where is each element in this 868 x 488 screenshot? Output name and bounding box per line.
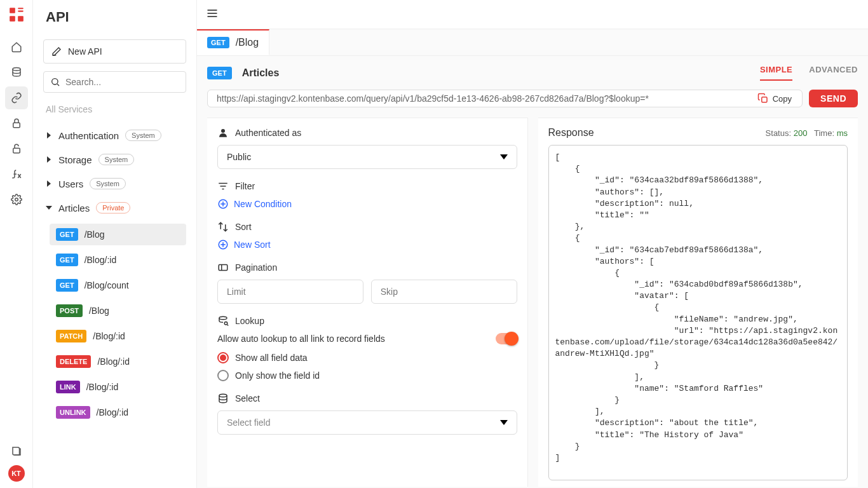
chevron-right-icon xyxy=(46,180,52,187)
database-icon[interactable] xyxy=(5,61,28,84)
copy-icon xyxy=(757,93,769,104)
url-box: Copy xyxy=(207,90,803,107)
url-input[interactable] xyxy=(217,93,754,104)
response-body: [ { "_id": "634caa32bdf89af5866d1388", "… xyxy=(555,152,841,464)
request-panel: Authenticated as Public Filter New Condi xyxy=(207,118,528,487)
content: GET Articles SIMPLE ADVANCED Copy SEND xyxy=(197,56,868,488)
settings-icon[interactable] xyxy=(5,188,28,211)
endpoint-get-blog-count[interactable]: GET /Blog/count xyxy=(50,274,186,296)
url-row: Copy SEND xyxy=(207,90,858,107)
lookup-icon xyxy=(217,315,229,327)
response-body-box[interactable]: [ { "_id": "634caa32bdf89af5866d1388", "… xyxy=(548,145,848,480)
pencil-icon xyxy=(51,46,62,57)
method-badge: GET xyxy=(56,254,78,266)
lookup-toggle[interactable] xyxy=(496,333,517,344)
new-sort-label: New Sort xyxy=(234,240,271,250)
private-badge: Private xyxy=(96,202,130,214)
endpoint-path: /Blog/:id xyxy=(97,407,129,417)
endpoint-path: /Blog/:id xyxy=(97,356,130,367)
nav-rail: KT xyxy=(0,0,33,488)
svg-point-14 xyxy=(221,129,225,133)
endpoint-get-blog-id[interactable]: GET /Blog/:id xyxy=(50,249,186,271)
method-badge: DELETE xyxy=(56,355,91,368)
search-input-wrap[interactable] xyxy=(43,71,186,93)
service-label: Storage xyxy=(58,154,92,165)
method-badge: POST xyxy=(56,304,83,317)
svg-point-5 xyxy=(13,68,20,71)
new-api-label: New API xyxy=(68,46,102,57)
status-label: Status: xyxy=(766,128,791,138)
user-icon xyxy=(217,127,229,139)
select-field-dropdown[interactable]: Select field xyxy=(217,410,517,435)
tab-blog[interactable]: GET /Blog xyxy=(197,29,269,55)
main-area: GET /Blog GET Articles SIMPLE ADVANCED C… xyxy=(197,0,868,488)
method-badge: GET xyxy=(56,279,78,292)
service-authentication[interactable]: Authentication System xyxy=(43,123,186,147)
search-input[interactable] xyxy=(65,77,179,87)
svg-rect-4 xyxy=(18,11,24,12)
endpoint-unlink-blog-id[interactable]: UNLINK /Blog/:id xyxy=(50,402,186,423)
radio-icon xyxy=(217,370,229,381)
chevron-right-icon xyxy=(46,156,52,163)
all-services-label: All Services xyxy=(43,104,186,114)
shield-icon[interactable] xyxy=(5,112,28,135)
radio-icon xyxy=(217,352,229,363)
endpoint-link-blog-id[interactable]: LINK /Blog/:id xyxy=(50,376,186,398)
tab-bar: GET /Blog xyxy=(197,29,868,56)
home-icon[interactable] xyxy=(5,36,28,58)
sort-label: Sort xyxy=(235,222,252,232)
service-storage[interactable]: Storage System xyxy=(43,147,186,172)
select-placeholder: Select field xyxy=(227,417,270,428)
send-button[interactable]: SEND xyxy=(809,90,858,107)
docs-icon[interactable] xyxy=(5,440,28,463)
system-badge: System xyxy=(125,130,161,141)
service-articles[interactable]: Articles Private xyxy=(43,196,186,220)
new-api-button[interactable]: New API xyxy=(43,39,186,64)
auth-label: Authenticated as xyxy=(235,128,301,138)
title-row: GET Articles SIMPLE ADVANCED xyxy=(207,65,858,81)
sort-icon xyxy=(217,221,229,233)
endpoint-title: Articles xyxy=(242,67,280,79)
svg-rect-13 xyxy=(761,97,766,102)
lock-icon[interactable] xyxy=(5,137,28,160)
system-badge: System xyxy=(90,178,126,189)
endpoint-get-blog[interactable]: GET /Blog xyxy=(50,224,186,245)
tab-mode-advanced[interactable]: ADVANCED xyxy=(809,65,858,81)
endpoint-delete-blog-id[interactable]: DELETE /Blog/:id xyxy=(50,351,186,372)
endpoint-post-blog[interactable]: POST /Blog xyxy=(50,300,186,322)
svg-point-26 xyxy=(219,316,227,320)
limit-input[interactable] xyxy=(217,280,363,304)
auth-select[interactable]: Public xyxy=(217,145,517,169)
service-label: Articles xyxy=(58,203,90,214)
function-icon[interactable] xyxy=(5,163,28,186)
user-avatar[interactable]: KT xyxy=(8,465,25,482)
endpoint-path: /Blog/:id xyxy=(86,382,119,392)
svg-rect-2 xyxy=(10,16,15,22)
method-badge: PATCH xyxy=(56,330,86,342)
panels: Authenticated as Public Filter New Condi xyxy=(207,118,858,488)
skip-input[interactable] xyxy=(371,280,517,304)
endpoint-patch-blog-id[interactable]: PATCH /Blog/:id xyxy=(50,325,186,347)
copy-button[interactable]: Copy xyxy=(754,90,796,107)
lookup-radio-id[interactable]: Only show the field id xyxy=(217,370,517,381)
tab-mode-simple[interactable]: SIMPLE xyxy=(760,65,792,81)
svg-rect-7 xyxy=(13,148,20,153)
method-badge: UNLINK xyxy=(56,406,90,419)
new-sort-button[interactable]: New Sort xyxy=(217,239,517,250)
menu-toggle-icon[interactable] xyxy=(206,7,219,22)
method-badge: GET xyxy=(56,228,78,241)
sidebar: API New API All Services Authentication … xyxy=(33,0,197,488)
pagination-label: Pagination xyxy=(235,262,277,273)
topbar xyxy=(197,0,868,29)
response-panel: Response Status: 200 Time: ms [ { "_id":… xyxy=(538,118,858,487)
endpoint-path: /Blog/:id xyxy=(93,331,125,341)
lookup-radio-all[interactable]: Show all field data xyxy=(217,352,517,363)
svg-rect-24 xyxy=(219,265,227,271)
status-code: 200 xyxy=(794,128,808,138)
service-users[interactable]: Users System xyxy=(43,172,186,196)
chevron-down-icon xyxy=(500,154,508,159)
lookup-label: Lookup xyxy=(235,316,264,326)
api-icon[interactable] xyxy=(5,86,28,109)
new-condition-button[interactable]: New Condition xyxy=(217,198,517,210)
pagination-icon xyxy=(217,262,229,273)
